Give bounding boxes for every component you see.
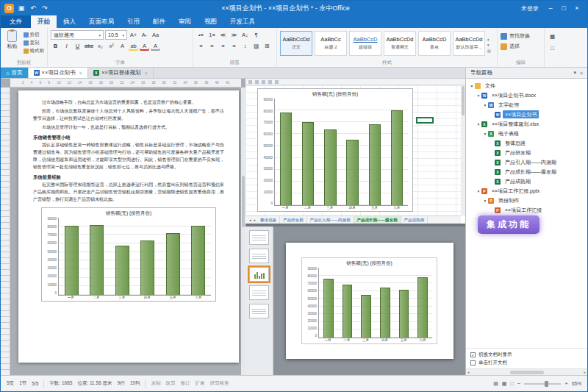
nav-tree-item-7[interactable]: X产品研发期 xyxy=(467,148,586,157)
shading-icon[interactable]: ▨ xyxy=(251,41,261,51)
scrollbar-thumb[interactable] xyxy=(462,86,465,115)
status-mode-toggle-3[interactable]: 扩展 xyxy=(195,380,204,387)
status-mode-toggle-2[interactable]: 修订 xyxy=(180,380,190,387)
styles-gallery-arrow-2[interactable]: ▤ xyxy=(487,49,491,53)
zoom-out-button[interactable]: − xyxy=(517,380,521,387)
minimize-button[interactable]: – xyxy=(544,1,557,15)
style-card-1[interactable]: AaBbCc标题 2 xyxy=(315,31,347,56)
menu-tab-5[interactable]: 邮件 xyxy=(146,15,172,28)
scrollbar-thumb[interactable] xyxy=(242,176,245,227)
maximize-button[interactable]: □ xyxy=(557,1,570,15)
nav-tree-item-0[interactable]: ▾文件 xyxy=(467,81,586,90)
sheet-tab-0[interactable]: 整体思路 xyxy=(257,216,280,224)
select-button[interactable]: 选择 xyxy=(501,43,541,50)
nav-tree-item-10[interactable]: X产品成熟期 xyxy=(467,177,586,186)
numbering-icon[interactable]: 1≡ xyxy=(207,30,217,40)
justify-icon[interactable]: ≡ xyxy=(229,41,239,51)
sheet-tab-4[interactable]: 产品成熟期 xyxy=(401,216,429,224)
doc-tab-1[interactable]: W××项目企划书× xyxy=(29,68,88,78)
style-card-5[interactable]: AaBbCcDd默认段落字... xyxy=(453,31,485,56)
decrease-indent-icon[interactable]: ≪ xyxy=(218,30,228,40)
sheet-tab-2[interactable]: 产品引入期——内测期 xyxy=(307,216,354,224)
nav-tree-item-1[interactable]: ▾W××项目企划书.docx xyxy=(467,90,586,100)
status-mode-toggle-0[interactable]: 录制 xyxy=(151,380,160,387)
nav-tree-item-11[interactable]: ▾P××项目工作汇报.pptx xyxy=(467,186,586,196)
status-mode-toggle-1[interactable]: 改写 xyxy=(165,380,175,387)
italic-icon[interactable]: I xyxy=(62,41,71,51)
presentation-pane[interactable]: 销售额(元) (按照月份)900008000070000600005000040… xyxy=(245,227,465,375)
char-shading-icon[interactable]: A xyxy=(151,41,160,51)
menu-tab-6[interactable]: 审阅 xyxy=(172,15,198,28)
status-page-info-1[interactable]: 1节 xyxy=(19,380,26,387)
slide-thumbnail-3[interactable] xyxy=(249,285,269,300)
copy-button[interactable]: 复制 xyxy=(24,40,45,46)
underline-icon[interactable]: U xyxy=(73,41,82,51)
scroll-left-icon[interactable]: ◂ xyxy=(467,370,470,374)
document-page[interactable]: 过市场战略手段，自由总监为市场运营的重要因素，也是运营推广的核心要素。然而，市场… xyxy=(18,90,239,363)
nav-option-0[interactable]: ✓切换文档时显示 xyxy=(470,351,583,359)
styles-gallery-arrow-1[interactable]: ▾ xyxy=(487,43,491,47)
styles-gallery-arrow-0[interactable]: ▴ xyxy=(487,37,491,41)
view-mode-icon-1[interactable]: ▦ xyxy=(502,381,507,387)
close-tab-icon[interactable]: × xyxy=(145,71,148,76)
task-pane-icon[interactable]: ▦ xyxy=(548,32,557,41)
decrease-font-icon[interactable]: A- xyxy=(140,30,149,40)
zoom-in-button[interactable]: + xyxy=(564,380,568,387)
login-status[interactable]: 未登录 xyxy=(521,4,539,13)
collapse-arrow-icon[interactable]: ▾ xyxy=(476,122,481,126)
status-page-info-2[interactable]: 5/5 xyxy=(32,381,38,386)
highlight-color-icon[interactable]: ab xyxy=(129,41,138,51)
checkbox-checked[interactable]: ✓ xyxy=(470,352,476,357)
increase-font-icon[interactable]: A+ xyxy=(129,30,138,40)
nav-tree-item-2[interactable]: ▾W文字处理 xyxy=(467,100,586,110)
word-document-pane[interactable]: 24681012141618202224262830323436384042 过… xyxy=(1,79,245,375)
doc-tab-0[interactable]: ⌂首页 xyxy=(1,68,29,78)
collapse-arrow-icon[interactable]: ▾ xyxy=(482,199,488,203)
cut-button[interactable]: 剪切 xyxy=(24,32,45,38)
paragraph-marks-icon[interactable]: ¶ xyxy=(251,30,261,40)
nav-tree-item-6[interactable]: X整体思路 xyxy=(467,138,586,148)
redo-icon[interactable]: ↷ xyxy=(40,4,50,12)
bullets-icon[interactable]: •≡ xyxy=(196,30,206,40)
font-size-select[interactable]: 10.5▾ xyxy=(105,30,127,40)
menu-tab-7[interactable]: 视图 xyxy=(198,15,223,28)
font-color-icon[interactable]: A xyxy=(140,41,149,51)
nav-tree-item-8[interactable]: X产品引入期——内测期 xyxy=(467,157,586,167)
status-page-info-0[interactable]: 5页 xyxy=(7,380,14,387)
spreadsheet-chart[interactable]: 销售额(元) (按照月份)900008000070000600005000040… xyxy=(257,88,413,212)
undo-icon[interactable]: ↶ xyxy=(28,4,38,12)
find-replace-button[interactable]: 查找替换 xyxy=(501,32,541,40)
selected-cell[interactable] xyxy=(416,117,434,124)
increase-indent-icon[interactable]: ≫ xyxy=(229,30,239,40)
borders-icon[interactable]: ⊞ xyxy=(262,41,272,51)
menu-tab-8[interactable]: 开发工具 xyxy=(223,15,262,28)
nav-tree-item-9[interactable]: X产品成长期——爆发期 xyxy=(467,167,586,177)
style-card-0[interactable]: AaBbCcDd正文 xyxy=(280,31,312,56)
collapse-arrow-icon[interactable]: ▾ xyxy=(482,132,488,136)
menu-tab-4[interactable]: 引用 xyxy=(121,15,146,28)
subscript-icon[interactable]: x₂ xyxy=(96,41,105,51)
close-button[interactable]: × xyxy=(570,1,584,15)
text-effects-icon[interactable]: A xyxy=(118,41,127,51)
strikethrough-icon[interactable]: abc xyxy=(84,41,94,51)
slide-thumbnail-2[interactable] xyxy=(249,267,269,282)
collapse-arrow-icon[interactable]: ▾ xyxy=(469,84,475,88)
line-spacing-icon[interactable]: ↕ xyxy=(240,41,250,51)
spreadsheet-pane[interactable]: 销售额(元) (按照月份)900008000070000600005000040… xyxy=(245,79,465,224)
paste-button[interactable]: 粘贴 xyxy=(4,30,21,59)
menu-tab-3[interactable]: 页面布局 xyxy=(82,15,121,28)
status-doc-info-1[interactable]: 位置: 11.56 厘米 xyxy=(77,380,112,387)
slide-thumbnail-0[interactable] xyxy=(249,230,269,245)
nav-option-1[interactable]: 单击打开文档 xyxy=(470,359,583,367)
nav-tree-item-3[interactable]: W××项目企划书 xyxy=(467,110,586,119)
nav-dropdown-icon[interactable]: ▾ xyxy=(573,70,576,76)
change-case-icon[interactable]: Aa xyxy=(151,30,160,40)
status-mode-toggle-4[interactable]: 拼写检查 xyxy=(209,380,229,387)
align-left-icon[interactable]: ≡ xyxy=(196,41,206,51)
collapse-arrow-icon[interactable]: ▾ xyxy=(482,103,488,107)
checkbox-unchecked[interactable] xyxy=(470,360,476,366)
slide-chart[interactable]: 销售额(元) (按照月份)900008000070000600005000040… xyxy=(301,257,437,344)
scrollbar-thumb[interactable] xyxy=(510,371,544,374)
menu-tab-2[interactable]: 插入 xyxy=(57,15,82,28)
sheet-tab-1[interactable]: 产品研发期 xyxy=(280,216,307,224)
